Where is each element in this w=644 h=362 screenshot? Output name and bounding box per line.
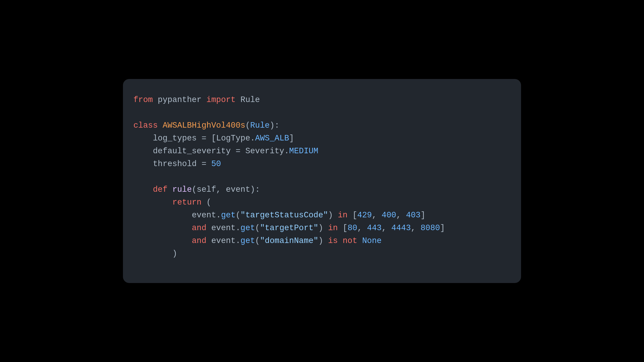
paren-close: ) (328, 211, 338, 220)
class-name: AWSALBHighVol400s (163, 121, 245, 130)
indent (133, 146, 153, 156)
paren-close: ) (318, 223, 328, 233)
code-content: from pypanther import Rule class AWSALBH… (133, 94, 511, 260)
dot: . (250, 134, 255, 143)
num-80: 80 (348, 223, 357, 233)
var-default-severity: default_severity (153, 146, 231, 156)
keyword-from: from (133, 95, 153, 104)
indent (133, 211, 192, 220)
call-get: get (240, 236, 255, 245)
keyword-in: in (338, 211, 347, 220)
comma: , (216, 185, 226, 194)
param-self: self (197, 185, 216, 194)
num-4443: 4443 (391, 223, 411, 233)
keyword-not: not (343, 236, 357, 245)
const-none: None (362, 236, 381, 245)
paren-close-colon: ): (250, 185, 260, 194)
indent (133, 249, 172, 258)
module-name: pypanther (158, 95, 201, 104)
comma: , (372, 211, 382, 220)
paren-close: ) (172, 249, 177, 258)
bracket-open: [ (338, 223, 347, 233)
obj-event: event (211, 236, 236, 245)
paren-open: ( (255, 236, 260, 245)
var-log-types: log_types (153, 134, 196, 143)
indent (133, 134, 153, 143)
paren-open: ( (236, 211, 241, 220)
keyword-and: and (192, 223, 206, 233)
space (338, 236, 343, 245)
call-get: get (240, 223, 255, 233)
num-8080: 8080 (421, 223, 440, 233)
bracket-close: ] (421, 211, 426, 220)
var-threshold: threshold (153, 159, 196, 168)
func-rule: rule (172, 185, 192, 194)
obj-event: event (192, 211, 216, 220)
space (167, 185, 172, 194)
obj-logtype: LogType (216, 134, 250, 143)
paren-close-colon: ): (270, 121, 279, 130)
num-429: 429 (357, 211, 372, 220)
indent (133, 159, 153, 168)
dot: . (284, 146, 289, 156)
indent (133, 198, 172, 207)
indent (133, 185, 153, 194)
keyword-def: def (153, 185, 167, 194)
call-get: get (221, 211, 236, 220)
num-403: 403 (406, 211, 421, 220)
code-block: from pypanther import Rule class AWSALBH… (123, 79, 521, 283)
keyword-class: class (133, 121, 158, 130)
paren-open: ( (245, 121, 250, 130)
keyword-return: return (172, 198, 202, 207)
assign: = (231, 146, 245, 156)
comma: , (357, 223, 367, 233)
indent (133, 223, 192, 233)
assign: = [ (197, 134, 216, 143)
dot: . (236, 223, 241, 233)
const-aws-alb: AWS_ALB (255, 134, 289, 143)
space (357, 236, 362, 245)
obj-event: event (211, 223, 236, 233)
str-domain-name: "domainName" (260, 236, 318, 245)
keyword-in: in (328, 223, 338, 233)
paren-open: ( (192, 185, 197, 194)
dot: . (216, 211, 221, 220)
bracket-close: ] (289, 134, 294, 143)
space (206, 223, 211, 233)
str-target-port: "targetPort" (260, 223, 318, 233)
space (206, 236, 211, 245)
comma: , (411, 223, 421, 233)
import-name: Rule (240, 95, 260, 104)
base-class: Rule (250, 121, 270, 130)
keyword-is: is (328, 236, 338, 245)
assign: = (197, 159, 211, 168)
str-target-status-code: "targetStatusCode" (240, 211, 328, 220)
indent (133, 236, 192, 245)
paren-open: ( (201, 198, 211, 207)
bracket-close: ] (440, 223, 445, 233)
num-443: 443 (367, 223, 382, 233)
num-400: 400 (382, 211, 396, 220)
keyword-and: and (192, 236, 206, 245)
paren-close: ) (318, 236, 328, 245)
paren-open: ( (255, 223, 260, 233)
bracket-open: [ (348, 211, 357, 220)
comma: , (382, 223, 391, 233)
keyword-import: import (206, 95, 236, 104)
param-event: event (226, 185, 250, 194)
const-medium: MEDIUM (289, 146, 318, 156)
comma: , (396, 211, 406, 220)
num-50: 50 (211, 159, 221, 168)
obj-severity: Severity (245, 146, 284, 156)
dot: . (236, 236, 241, 245)
